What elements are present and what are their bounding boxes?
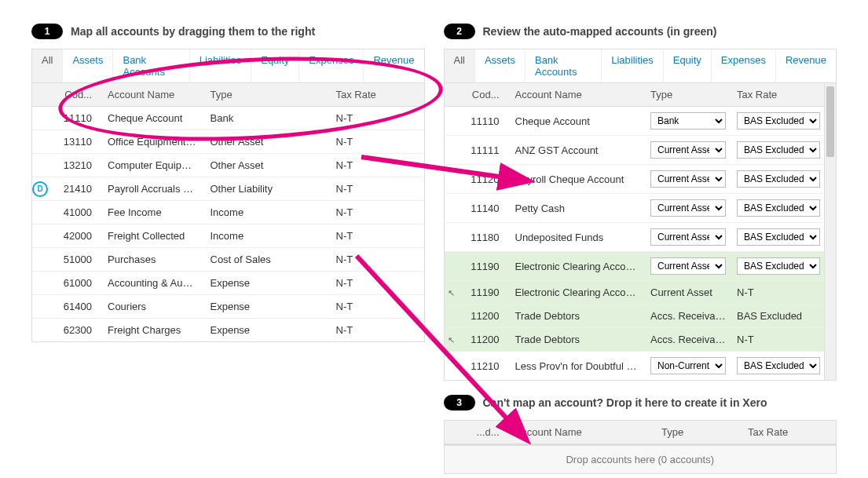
tab-liabilities[interactable]: Liabilities [190,49,251,82]
col-tax: Tax Rate [742,421,836,443]
table-row[interactable]: 11200 Trade Debtors Accs. ReceivableBAS … [445,305,826,328]
tab-liabilities[interactable]: Liabilities [602,49,663,82]
tab-equity[interactable]: Equity [664,49,712,82]
source-panel-title: Map all accounts by dragging them to the… [71,25,315,38]
scrollbar[interactable] [824,83,836,380]
code-cell: 13210 [48,154,101,177]
name-cell: Trade Debtors [509,328,645,351]
table-row[interactable]: 11210 Less Prov'n for Doubtful Debts Non… [445,352,826,380]
tab-all[interactable]: All [445,49,475,82]
tab-all[interactable]: All [32,49,63,82]
col-code: Cod... [48,83,101,106]
type-cell: Income [204,201,330,224]
type-cell: Expense [204,319,330,341]
name-cell: Freight Collected [101,224,204,247]
tab-bank-accounts[interactable]: Bank Accounts [113,49,189,82]
code-cell: 42000 [48,224,101,247]
source-grid: Cod... Account Name Type Tax Rate 11110 … [31,82,425,342]
tax-select[interactable]: BAS Excluded [737,141,820,159]
name-cell: Office Equipment at Cost [101,130,204,153]
tab-revenue[interactable]: Revenue [364,49,423,82]
tab-bank-accounts[interactable]: Bank Accounts [526,49,602,82]
scroll-thumb[interactable] [826,86,834,157]
tab-expenses[interactable]: Expenses [299,49,364,82]
source-panel: 1 Map all accounts by dragging them to t… [31,24,425,342]
type-cell: Other Liability [204,177,330,200]
col-name: Account Name [101,83,204,106]
code-cell: 11180 [460,226,509,249]
sub-arrow-icon: ↖ [448,335,455,345]
table-row[interactable]: 11120 Payroll Cheque Account Current Ass… [445,165,826,194]
tax-select[interactable]: BAS Excluded [737,199,820,217]
type-select[interactable]: Non-Current ... [650,357,726,374]
tab-assets[interactable]: Assets [63,49,113,82]
step-2-badge: 2 [444,24,475,39]
code-cell: 11110 [460,110,509,133]
name-cell: Cheque Account [509,110,645,133]
name-cell: Cheque Account [101,107,204,130]
table-row[interactable]: 61400 Couriers Expense N-T [32,295,424,319]
name-cell: Computer Equipment Original Co [101,154,204,177]
drop-grid: ...d... Account Name Type Tax Rate [444,420,837,445]
tax-cell: N-T [731,281,825,304]
table-row[interactable]: 41000 Fee Income Income N-T [32,201,424,224]
drop-zone[interactable]: Drop accounts here (0 accounts) [444,445,837,474]
col-code: ...d... [460,421,509,443]
table-row[interactable]: 51000 Purchases Cost of Sales N-T [32,248,424,272]
table-row[interactable]: 11180 Undeposited Funds Current AssetBAS… [445,223,826,252]
type-select[interactable]: Bank [650,112,726,130]
col-tax: Tax Rate [330,83,424,106]
tab-equity[interactable]: Equity [251,49,299,82]
table-row[interactable]: 42000 Freight Collected Income N-T [32,224,424,248]
table-row[interactable]: 13210 Computer Equipment Original Co Oth… [32,154,424,177]
table-row[interactable]: 11140 Petty Cash Current AssetBAS Exclud… [445,194,826,223]
type-cell: Income [204,224,330,247]
type-select[interactable]: Current Asset [650,170,726,188]
source-grid-header: Cod... Account Name Type Tax Rate [32,83,424,107]
type-select[interactable]: Current Asset [650,228,726,246]
tax-select[interactable]: BAS Excluded [737,357,820,374]
tab-expenses[interactable]: Expenses [712,49,776,82]
tax-cell: N-T [330,201,424,224]
table-row[interactable]: 13110 Office Equipment at Cost Other Ass… [32,130,424,154]
table-row[interactable]: 11190 Electronic Clearing Account Curren… [445,252,826,281]
tax-select[interactable]: BAS Excluded [737,112,820,130]
name-cell: Less Prov'n for Doubtful Debts [509,355,645,378]
drop-grid-header: ...d... Account Name Type Tax Rate [445,421,837,444]
type-select[interactable]: Current Asset [650,199,726,217]
type-cell: Accs. Receivable [644,328,731,351]
table-row[interactable]: ↖ 11190 Electronic Clearing Account Curr… [445,281,826,305]
type-cell: Bank [204,107,330,130]
code-cell: 11111 [460,139,509,162]
table-row[interactable]: 11110 Cheque Account BankBAS Excluded [445,107,826,136]
tab-revenue[interactable]: Revenue [776,49,836,82]
target-panel-title: Review the auto-mapped accounts (in gree… [483,25,717,38]
tab-assets[interactable]: Assets [475,49,526,82]
code-cell: 11120 [460,168,509,191]
table-row[interactable]: 11110 Cheque Account Bank N-T [32,107,424,130]
name-cell: Electronic Clearing Account [509,255,645,278]
type-select[interactable]: Current Asset [650,141,726,159]
name-cell: Fee Income [101,201,204,224]
table-row[interactable]: 61000 Accounting & Audit Fees Expense N-… [32,272,424,295]
tax-cell: N-T [731,328,825,351]
table-row[interactable]: 11111 ANZ GST Account Current AssetBAS E… [445,136,826,165]
tax-select[interactable]: BAS Excluded [737,170,820,188]
code-cell: 11190 [460,255,509,278]
table-row[interactable]: 62300 Freight Charges Expense N-T [32,319,424,341]
col-type: Type [655,421,742,443]
type-select[interactable]: Current Asset [650,257,726,275]
code-cell: 21410 [48,177,101,200]
code-cell: 11190 [460,281,509,304]
name-cell: Petty Cash [509,197,645,220]
code-cell: 61000 [48,272,101,294]
tax-select[interactable]: BAS Excluded [737,228,820,246]
code-cell: 51000 [48,248,101,271]
tax-select[interactable]: BAS Excluded [737,257,820,275]
name-cell: Freight Charges [101,319,204,341]
tax-cell: N-T [330,295,424,318]
table-row[interactable]: D 21410 Payroll Accruals Payable Other L… [32,177,424,201]
tax-cell: N-T [330,224,424,247]
sub-arrow-icon: ↖ [448,288,455,297]
table-row[interactable]: ↖ 11200 Trade Debtors Accs. ReceivableN-… [445,328,826,352]
